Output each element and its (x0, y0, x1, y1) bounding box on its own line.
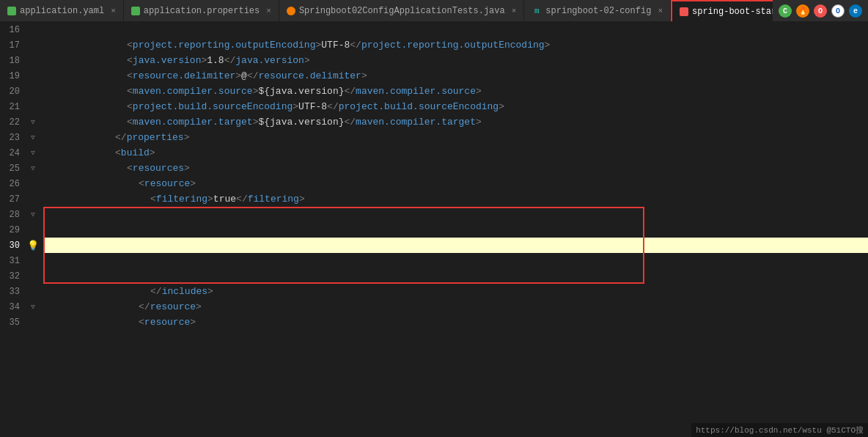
line-num-33: 33 (0, 287, 26, 297)
code-line-23: <build> (43, 130, 868, 145)
browser-toolbar: C 🔥 O O e (773, 0, 868, 22)
line-num-29: 29 (0, 225, 26, 235)
line-num-27: 27 (0, 194, 26, 205)
code-line-22: </properties> (43, 114, 868, 130)
code-line-30: <include>**/application*.yaml</include> (43, 238, 868, 253)
indicator-22[interactable]: ▽ (26, 118, 40, 126)
gutter-row-22: 22 ▽ (0, 114, 40, 130)
code-line-17: <java.version>1.8</java.version> (43, 37, 868, 53)
line-num-18: 18 (0, 56, 26, 66)
java-icon (287, 7, 295, 15)
line-num-31: 31 (0, 256, 26, 266)
watermark: https://blog.csdn.net/wstu @51CTO搜 (691, 423, 868, 437)
gutter-row-32: 32 (0, 268, 40, 284)
indicator-28[interactable]: ▽ (26, 210, 40, 218)
gutter-row-35: 35 (0, 315, 40, 330)
code-line-29: <include>**/application*.yml</include> (43, 222, 868, 238)
code-content-wrapper[interactable]: <project.reporting.outputEncoding>UTF-8<… (40, 22, 868, 437)
gutter-row-28: 28 ▽ (0, 207, 40, 222)
properties-icon (131, 7, 140, 15)
pom-icon (680, 7, 688, 16)
gutter-row-18: 18 (0, 53, 40, 68)
code-line-27: <directory>${basedir}/src/main/resources… (43, 191, 868, 207)
ie-icon[interactable]: O (831, 4, 845, 18)
code-line-28: <includes> (43, 207, 868, 222)
code-line-35: <directory>${basedir}/src/main/resources… (43, 315, 868, 330)
tab-springboot-config[interactable]: m springboot-02-config × (524, 0, 671, 22)
firefox-icon[interactable]: 🔥 (796, 4, 809, 18)
indicator-23[interactable]: ▽ (26, 133, 40, 142)
gutter-row-16: 16 (0, 22, 40, 37)
tab-label: Springboot02ConfigApplicationTests.java (299, 6, 505, 16)
gutter-row-27: 27 (0, 191, 40, 207)
code-line-24: <resources> (43, 145, 868, 161)
m-icon: m (532, 7, 542, 15)
gutter-row-19: 19 (0, 68, 40, 84)
gutter-row-34: 34 ▽ (0, 299, 40, 315)
line-num-35: 35 (0, 317, 26, 328)
gutter-row-26: 26 (0, 176, 40, 191)
line-num-20: 20 (0, 87, 26, 97)
code-line-19: <maven.compiler.source>${java.version}</… (43, 68, 868, 84)
edge-icon[interactable]: e (849, 4, 862, 18)
gutter-row-29: 29 (0, 222, 40, 238)
tab-application-yaml[interactable]: application.yaml × (0, 0, 124, 22)
line-num-34: 34 (0, 302, 26, 312)
gutter-row-23: 23 ▽ (0, 130, 40, 145)
code-line-16: <project.reporting.outputEncoding>UTF-8<… (43, 22, 868, 37)
gutter-row-31: 31 (0, 253, 40, 268)
code-content[interactable]: <project.reporting.outputEncoding>UTF-8<… (40, 22, 868, 330)
line-num-25: 25 (0, 164, 26, 174)
indicator-24[interactable]: ▽ (26, 149, 40, 157)
gutter-row-21: 21 (0, 99, 40, 114)
app-container: application.yaml × application.propertie… (0, 0, 868, 437)
line-num-32: 32 (0, 271, 26, 282)
line-num-24: 24 (0, 148, 26, 158)
tab-bar: application.yaml × application.propertie… (0, 0, 868, 22)
tab-application-properties[interactable]: application.properties × (124, 0, 279, 22)
tab-close-config[interactable]: × (658, 7, 663, 15)
code-line-20: <project.build.sourceEncoding>UTF-8</pro… (43, 84, 868, 99)
line-num-28: 28 (0, 210, 26, 220)
gutter-row-20: 20 (0, 84, 40, 99)
tab-label: application.yaml (20, 6, 104, 16)
line-num-17: 17 (0, 40, 26, 51)
tab-close-yaml[interactable]: × (111, 7, 116, 15)
code-area: 16 17 18 19 20 (0, 22, 868, 437)
tab-label: application.properties (144, 6, 260, 16)
code-line-18: <resource.delimiter>@</resource.delimite… (43, 53, 868, 68)
code-line-26: <filtering>true</filtering> (43, 176, 868, 191)
line-num-30: 30 (0, 240, 26, 251)
gutter-row-24: 24 ▽ (0, 145, 40, 161)
gutter-row-33: 33 (0, 284, 40, 299)
line-number-gutter: 16 17 18 19 20 (0, 22, 40, 437)
gutter-row-17: 17 (0, 37, 40, 53)
code-line-25: <resource> (43, 161, 868, 176)
code-line-33: </resource> (43, 284, 868, 299)
bulb-icon-30[interactable]: 💡 (26, 240, 40, 251)
indicator-34[interactable]: ▽ (26, 303, 40, 311)
line-num-22: 22 (0, 117, 26, 128)
line-num-26: 26 (0, 179, 26, 189)
line-num-16: 16 (0, 25, 26, 35)
chrome-icon[interactable]: C (779, 4, 792, 18)
gutter-row-30: 30 💡 (0, 238, 40, 253)
opera-icon[interactable]: O (814, 4, 827, 18)
gutter-row-25: 25 ▽ (0, 161, 40, 176)
code-line-31: <include>**/application*.properties</inc… (43, 253, 868, 268)
tab-java-test[interactable]: Springboot02ConfigApplicationTests.java … (279, 0, 524, 22)
code-line-32: </includes> (43, 268, 868, 284)
code-line-34: <resource> (43, 299, 868, 315)
line-num-23: 23 (0, 133, 26, 143)
tab-close-java[interactable]: × (512, 7, 517, 15)
line-num-19: 19 (0, 71, 26, 81)
line-num-21: 21 (0, 102, 26, 112)
indicator-25[interactable]: ▽ (26, 164, 40, 172)
code-line-21: <maven.compiler.target>${java.version}</… (43, 99, 868, 114)
tab-close-properties[interactable]: × (266, 7, 271, 15)
tab-label: springboot-02-config (545, 6, 651, 16)
yaml-icon (7, 7, 16, 15)
